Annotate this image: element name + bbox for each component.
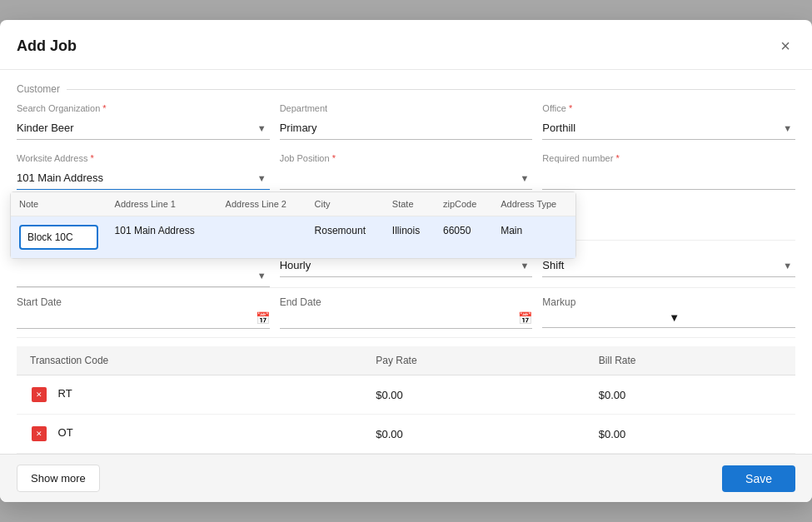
addr-zip-cell: 66050 [435,216,492,259]
modal-overlay[interactable]: Add Job × Customer Search Organization *… [0,0,812,522]
addr-col-addr2: Address Line 2 [217,192,306,216]
tx-col-pay-rate: Pay Rate [362,346,585,375]
modal-body: Customer Search Organization * ▼ Departm… [0,70,812,454]
add-job-modal: Add Job × Customer Search Organization *… [0,20,812,502]
job-position-dropdown-wrapper: ▼ [280,167,533,190]
addr-col-zip: zipCode [435,192,492,216]
addr-city-cell: Rosemount [306,216,384,259]
worksite-address-dropdown-wrapper: ▼ Note Address Line 1 Address Line 2 Cit… [17,167,270,190]
tx-row-ot: OT $0.00 $0.00 [17,415,795,454]
job-position-group: Job Position * ▼ [280,153,533,190]
tx-rt-bill-rate-cell: $0.00 [585,375,795,415]
tx-table-header-row: Transaction Code Pay Rate Bill Rate [17,346,795,375]
required-number-label: Required number * [542,153,795,163]
modal-header: Add Job × [0,20,812,70]
transaction-table: Transaction Code Pay Rate Bill Rate RT [17,346,795,454]
close-button[interactable]: × [775,35,795,57]
markup-label: Markup [542,296,795,308]
start-date-input-wrap: 📅 [17,311,270,329]
markup-group: Markup ▼ [542,296,795,329]
address-table: Note Address Line 1 Address Line 2 City … [11,192,575,258]
end-date-input-wrap: 📅 [280,311,533,329]
addr-col-addr1: Address Line 1 [107,192,217,216]
department-group: Department [280,103,533,140]
shift-dropdown-wrapper: ▼ [542,254,795,277]
tx-rt-pay-rate-cell: $0.00 [362,375,585,415]
rt-icon-img [32,387,47,402]
addr-col-state: State [384,192,435,216]
required-number-input[interactable] [542,167,795,190]
search-org-dropdown-wrapper: ▼ [17,117,270,140]
tx-ot-pay-rate-cell: $0.00 [362,415,585,454]
org-department-office-row: Search Organization * ▼ Department [17,103,795,140]
start-date-group: Start Date 📅 [17,296,270,329]
addr-addr1-cell: 101 Main Address [107,216,217,259]
address-dropdown-popup: Note Address Line 1 Address Line 2 City … [10,191,576,259]
start-date-calendar-icon[interactable]: 📅 [256,311,270,325]
tx-row-rt: RT $0.00 $0.00 [17,375,795,415]
shift-group: ▼ [542,251,795,287]
save-button[interactable]: Save [722,465,795,492]
customer-section-label: Customer [17,83,795,95]
worksite-address-group: Worksite Address * ▼ Note Address Li [17,153,270,190]
worksite-address-input[interactable] [17,167,270,190]
tx-rt-code-cell: RT [17,375,362,415]
worksite-address-label: Worksite Address * [17,153,270,163]
search-org-group: Search Organization * ▼ [17,103,270,140]
ot-icon [30,425,48,443]
end-date-calendar-icon[interactable]: 📅 [518,311,532,325]
addr-note-cell: Block 10C [11,216,107,259]
office-label: Office * [542,103,795,113]
date-markup-row: Start Date 📅 End Date 📅 Markup [17,287,795,338]
addr-col-type: Address Type [492,192,575,216]
rt-icon [30,385,48,404]
required-number-group: Required number * [542,153,795,190]
office-dropdown-wrapper: ▼ [542,117,795,140]
markup-select-wrap: ▼ [542,311,795,328]
wc-code-input[interactable] [17,264,270,287]
ot-icon-img [32,426,47,441]
department-label: Department [280,103,533,113]
tx-col-code: Transaction Code [17,346,362,375]
tx-ot-code-cell: OT [17,415,362,454]
wc-code-dropdown-wrapper: ▼ [17,264,270,287]
department-dropdown-wrapper [280,117,533,140]
addr-type-cell: Main [492,216,575,259]
start-date-input[interactable] [17,312,256,325]
addr-addr2-cell [217,216,306,259]
shift-input[interactable] [542,254,795,277]
tx-ot-bill-rate-cell: $0.00 [585,415,795,454]
job-position-input[interactable] [280,167,533,190]
end-date-input[interactable] [280,312,519,325]
end-date-label: End Date [280,296,533,308]
address-position-row: Worksite Address * ▼ Note Address Li [17,153,795,190]
job-position-label: Job Position * [280,153,533,163]
end-date-group: End Date 📅 [280,296,533,329]
addr-col-city: City [306,192,384,216]
show-more-button[interactable]: Show more [17,465,100,492]
note-cell-bordered: Block 10C [19,225,98,250]
modal-title: Add Job [17,37,77,55]
addr-state-cell: Illinois [384,216,435,259]
tx-col-bill-rate: Bill Rate [585,346,795,375]
office-input[interactable] [542,117,795,140]
office-group: Office * ▼ [542,103,795,140]
markup-arrow-icon: ▼ [669,311,795,324]
address-table-row[interactable]: Block 10C 101 Main Address Rosemount Ill… [11,216,575,259]
search-org-label: Search Organization * [17,103,270,113]
modal-footer: Show more Save [0,454,812,502]
start-date-label: Start Date [17,296,270,308]
department-input[interactable] [280,117,533,140]
addr-col-note: Note [11,192,107,216]
search-org-input[interactable] [17,117,270,140]
